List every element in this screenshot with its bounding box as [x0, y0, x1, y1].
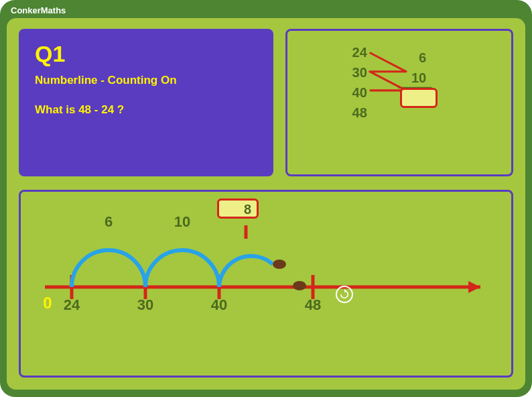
work-left-1: 30 — [352, 65, 367, 80]
work-right-1: 10 — [411, 70, 426, 85]
working-diagram: 24 30 40 48 6 10 — [298, 38, 501, 168]
tick-label-40: 40 — [211, 296, 227, 313]
conker-icon-2 — [293, 281, 306, 290]
numberline-svg[interactable]: 0 24 30 40 48 6 10 — [29, 200, 503, 367]
work-left-3: 48 — [352, 105, 367, 120]
tick-label-24: 24 — [64, 296, 80, 313]
working-answer-input[interactable] — [400, 88, 438, 108]
question-text: What is 48 - 24 ? — [35, 103, 257, 117]
jump-arc-1 — [72, 250, 145, 287]
numberline-panel: 8 0 — [19, 190, 513, 378]
app-surface: Q1 Numberline - Counting On What is 48 -… — [7, 18, 525, 390]
question-number: Q1 — [35, 41, 257, 67]
work-right-0: 6 — [419, 50, 426, 65]
tick-label-30: 30 — [137, 296, 153, 313]
jump-label-1: 6 — [105, 213, 113, 230]
app-frame: ConkerMaths Q1 Numberline - Counting On … — [0, 0, 532, 397]
work-left-0: 24 — [352, 45, 368, 60]
jump-label-2: 10 — [174, 213, 190, 230]
svg-marker-0 — [344, 289, 346, 292]
redo-icon — [339, 289, 350, 300]
question-title: Numberline - Counting On — [35, 74, 257, 87]
working-panel: 24 30 40 48 6 10 — [285, 29, 513, 176]
top-row: Q1 Numberline - Counting On What is 48 -… — [19, 29, 513, 176]
work-left-2: 40 — [352, 85, 367, 100]
conker-icon-1 — [273, 260, 286, 269]
jump-input[interactable]: 8 — [217, 198, 259, 219]
jump-arc-2 — [145, 250, 219, 287]
zero-label: 0 — [43, 294, 52, 312]
redo-button[interactable] — [336, 286, 353, 303]
axis-arrow-icon — [468, 281, 480, 293]
zigzag-lines-icon — [370, 53, 406, 91]
brand-label: ConkerMaths — [11, 5, 525, 15]
jump-arc-3-partial — [219, 256, 273, 287]
question-panel: Q1 Numberline - Counting On What is 48 -… — [19, 29, 273, 176]
tick-label-48: 48 — [305, 296, 321, 313]
